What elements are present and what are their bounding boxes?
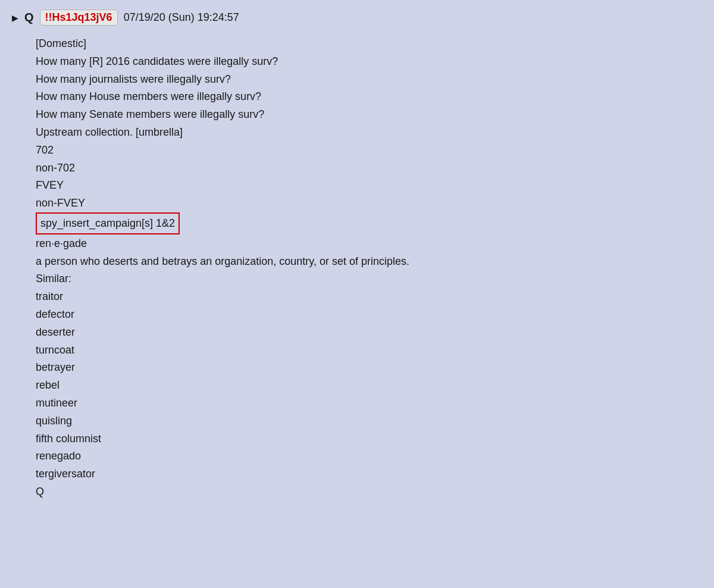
post-body: [Domestic] How many [R] 2016 candidates … <box>12 35 702 501</box>
line-non702: non-702 <box>36 159 702 177</box>
line-fifth-columnist: fifth columnist <box>36 430 702 448</box>
line-deserter: deserter <box>36 324 702 341</box>
line-domestic: [Domestic] <box>36 35 702 52</box>
line-house: How many House members were illegally su… <box>36 88 702 105</box>
post-container: ▶ Q !!Hs1Jq13jV6 07/19/20 (Sun) 19:24:57… <box>0 0 714 588</box>
line-similar: Similar: <box>36 270 702 287</box>
tripcode: !!Hs1Jq13jV6 <box>40 10 118 26</box>
line-q-signature: Q <box>36 483 702 501</box>
line-renegado: renegado <box>36 448 702 465</box>
line-quisling: quisling <box>36 412 702 430</box>
line-702: 702 <box>36 142 702 159</box>
q-label: Q <box>24 11 34 24</box>
line-non-fvey: non-FVEY <box>36 195 702 212</box>
line-mutineer: mutineer <box>36 395 702 412</box>
line-tergiversator: tergiversator <box>36 465 702 483</box>
line-renegade-definition: a person who deserts and betrays an orga… <box>36 253 702 270</box>
highlighted-spy-insert: spy_insert_campaign[s] 1&2 <box>36 212 180 234</box>
line-r-candidates: How many [R] 2016 candidates were illega… <box>36 53 702 70</box>
line-betrayer: betrayer <box>36 359 702 376</box>
line-traitor: traitor <box>36 288 702 305</box>
line-rebel: rebel <box>36 377 702 394</box>
timestamp: 07/19/20 (Sun) 19:24:57 <box>124 11 239 24</box>
post-header: ▶ Q !!Hs1Jq13jV6 07/19/20 (Sun) 19:24:57 <box>12 10 702 26</box>
line-fvey: FVEY <box>36 177 702 194</box>
line-senate: How many Senate members were illegally s… <box>36 106 702 123</box>
arrow-icon: ▶ <box>12 13 18 23</box>
line-journalists: How many journalists were illegally surv… <box>36 71 702 88</box>
line-turncoat: turncoat <box>36 342 702 359</box>
line-defector: defector <box>36 306 702 323</box>
line-renegade-phonetic: ren·e·gade <box>36 235 702 252</box>
line-upstream: Upstream collection. [umbrella] <box>36 124 702 141</box>
